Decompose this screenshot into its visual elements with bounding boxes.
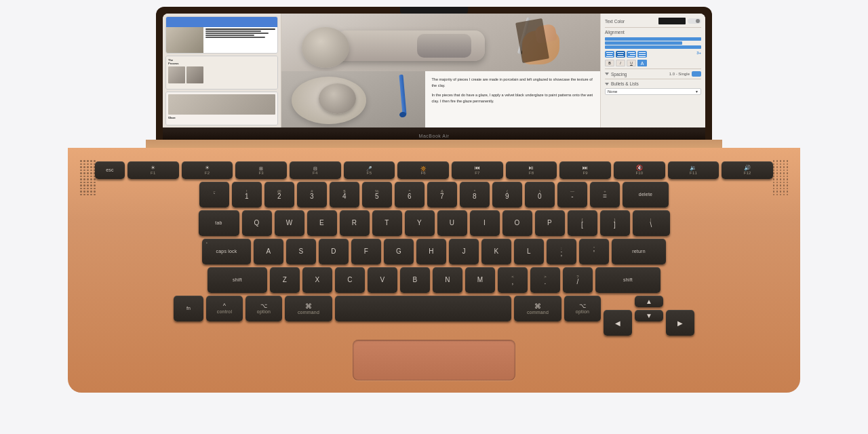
page-thumb-1[interactable] xyxy=(165,16,278,54)
key-i[interactable]: I xyxy=(470,210,500,236)
key-option-right[interactable]: ⌥ option xyxy=(564,296,601,321)
bullets-toggle-icon[interactable] xyxy=(605,83,609,85)
key-s[interactable]: S xyxy=(286,239,316,264)
keyboard-body: esc ☀ F1 ☀ F2 ⊞ F3 ⊟ F4 🎤 xyxy=(68,148,800,393)
key-y[interactable]: Y xyxy=(405,210,435,236)
color-swatch[interactable] xyxy=(658,18,686,24)
key-a[interactable]: A xyxy=(254,239,283,264)
key-f7[interactable]: ⏮ F7 xyxy=(452,161,503,179)
key-n[interactable]: N xyxy=(433,267,462,293)
key-2[interactable]: @ 2 xyxy=(264,182,294,208)
key-l[interactable]: L xyxy=(514,239,544,264)
key-arrow-down[interactable]: ▼ xyxy=(635,310,663,321)
grille-dot xyxy=(773,191,775,193)
key-f11[interactable]: 🔉 F11 xyxy=(668,161,719,179)
trackpad[interactable] xyxy=(353,340,515,380)
key-shift-left[interactable]: shift xyxy=(208,267,267,293)
key-control[interactable]: ^ control xyxy=(206,296,243,321)
key-f6[interactable]: 🔆 F6 xyxy=(397,161,449,179)
key-minus[interactable]: — - xyxy=(557,182,587,208)
key-command-left[interactable]: ⌘ command xyxy=(285,296,332,321)
align-justify-btn[interactable] xyxy=(637,51,647,58)
key-f10[interactable]: 🔇 F10 xyxy=(614,161,665,179)
key-b[interactable]: B xyxy=(400,267,430,293)
key-backslash[interactable]: | \ xyxy=(633,210,670,236)
key-comma[interactable]: < , xyxy=(498,267,528,293)
key-f2[interactable]: ☀ F2 xyxy=(182,161,233,179)
key-period[interactable]: > . xyxy=(530,267,560,293)
key-esc[interactable]: esc xyxy=(95,161,125,179)
key-option-left[interactable]: ⌥ option xyxy=(245,296,282,321)
page-thumb-3[interactable]: Glaze xyxy=(165,92,278,125)
key-3[interactable]: # 3 xyxy=(297,182,327,208)
key-5[interactable]: % 5 xyxy=(362,182,392,208)
key-f[interactable]: F xyxy=(351,239,381,264)
key-e[interactable]: E xyxy=(307,210,337,236)
key-4[interactable]: $ 4 xyxy=(330,182,359,208)
key-open-bracket[interactable]: { [ xyxy=(568,210,597,236)
key-f8[interactable]: ⏯ F8 xyxy=(506,161,557,179)
key-1[interactable]: ! 1 xyxy=(232,182,262,208)
key-equals[interactable]: + = xyxy=(590,182,620,208)
key-o[interactable]: O xyxy=(502,210,532,236)
key-d[interactable]: D xyxy=(319,239,349,264)
key-0[interactable]: ) 0 xyxy=(525,182,555,208)
key-j[interactable]: J xyxy=(449,239,479,264)
key-6[interactable]: ^ 6 xyxy=(395,182,425,208)
key-t[interactable]: T xyxy=(372,210,402,236)
key-m[interactable]: M xyxy=(465,267,495,293)
color-toggle[interactable] xyxy=(688,18,701,24)
key-c[interactable]: C xyxy=(335,267,365,293)
key-semicolon[interactable]: : ; xyxy=(547,239,576,264)
key-r[interactable]: R xyxy=(340,210,370,236)
key-space[interactable] xyxy=(335,296,511,321)
key-p[interactable]: P xyxy=(535,210,565,236)
key-w[interactable]: W xyxy=(275,210,304,236)
spacing-toggle-icon[interactable] xyxy=(605,73,609,75)
key-f3[interactable]: ⊞ F3 xyxy=(235,161,287,179)
key-f5[interactable]: 🎤 F5 xyxy=(344,161,395,179)
key-arrow-right[interactable]: ▶ xyxy=(666,310,694,336)
align-left-btn[interactable] xyxy=(605,51,614,58)
key-close-bracket[interactable]: } ] xyxy=(600,210,630,236)
key-7[interactable]: & 7 xyxy=(427,182,457,208)
key-return[interactable]: return xyxy=(612,239,666,264)
bullets-select[interactable]: None ▼ xyxy=(605,88,701,95)
key-f12[interactable]: 🔊 F12 xyxy=(722,161,773,179)
key-z[interactable]: Z xyxy=(270,267,300,293)
key-shift-right[interactable]: shift xyxy=(595,267,660,293)
spacing-select[interactable] xyxy=(692,71,701,77)
underline-btn[interactable]: U xyxy=(627,60,636,66)
key-delete[interactable]: delete xyxy=(623,182,669,208)
align-right-btn[interactable] xyxy=(627,51,636,58)
key-capslock[interactable]: • caps lock xyxy=(202,239,251,264)
key-q[interactable]: Q xyxy=(242,210,272,236)
grille-dot xyxy=(83,184,85,186)
key-f4[interactable]: ⊟ F4 xyxy=(290,161,341,179)
key-command-right[interactable]: ⌘ command xyxy=(514,296,561,321)
key-u[interactable]: U xyxy=(437,210,467,236)
key-x[interactable]: X xyxy=(302,267,332,293)
key-arrow-left[interactable]: ◀ xyxy=(604,310,632,336)
key-arrow-up[interactable]: ▲ xyxy=(635,296,663,307)
key-g[interactable]: G xyxy=(384,239,414,264)
key-k[interactable]: K xyxy=(481,239,511,264)
key-f1[interactable]: ☀ F1 xyxy=(127,161,179,179)
align-center-btn[interactable] xyxy=(616,51,625,58)
key-h[interactable]: H xyxy=(416,239,446,264)
text-style-btn[interactable]: A xyxy=(637,60,647,66)
grille-row xyxy=(80,166,96,168)
font-controls: B I U A xyxy=(605,60,701,66)
bold-btn[interactable]: B xyxy=(605,60,614,66)
key-tab[interactable]: tab xyxy=(199,210,239,236)
key-v[interactable]: V xyxy=(368,267,397,293)
key-f9[interactable]: ⏭ F9 xyxy=(559,161,611,179)
key-slash[interactable]: ? / xyxy=(563,267,593,293)
key-quote[interactable]: " ' xyxy=(579,239,609,264)
key-tilde[interactable]: ~ ` xyxy=(199,182,229,208)
key-9[interactable]: ( 9 xyxy=(492,182,522,208)
page-thumb-2[interactable]: TheProcess xyxy=(165,56,278,90)
key-8[interactable]: * 8 xyxy=(460,182,490,208)
key-fn[interactable]: fn xyxy=(174,296,203,321)
italic-btn[interactable]: I xyxy=(616,60,625,66)
